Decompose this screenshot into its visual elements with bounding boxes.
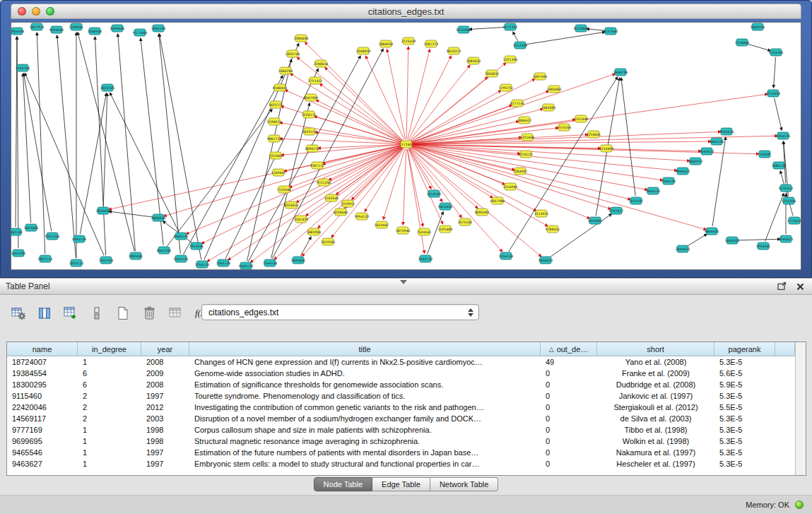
graph-edge[interactable] <box>280 139 401 144</box>
graph-node[interactable]: 9135413 <box>779 185 794 192</box>
graph-node[interactable]: 1512304 <box>513 42 528 49</box>
graph-edge[interactable] <box>747 44 771 51</box>
graph-node[interactable]: 7850831 <box>485 70 500 77</box>
graph-node[interactable]: 2045013 <box>676 245 690 252</box>
column-header-out-degree[interactable]: △out_de… <box>541 342 597 356</box>
graph-node[interactable]: 2216121 <box>519 151 534 158</box>
graph-edge[interactable] <box>408 148 431 189</box>
table-vertical-scrollbar[interactable] <box>795 342 806 475</box>
graph-node[interactable]: 8100416 <box>273 84 288 91</box>
graph-edge[interactable] <box>110 93 179 232</box>
graph-node[interactable]: 1084135 <box>772 162 787 169</box>
graph-node[interactable]: 6505135 <box>174 233 189 240</box>
graph-edge[interactable] <box>409 65 470 140</box>
graph-node[interactable]: 1875944 <box>396 227 411 234</box>
graph-edge[interactable] <box>712 137 726 226</box>
table-row[interactable]: 946362711997Embryonic stem cells: a mode… <box>7 458 795 469</box>
graph-node[interactable]: 2033105 <box>100 84 115 91</box>
graph-edge[interactable] <box>318 144 401 148</box>
graph-node[interactable]: 2751411 <box>308 77 323 84</box>
graph-node[interactable]: 1221390 <box>503 56 518 63</box>
graph-edge[interactable] <box>314 116 402 143</box>
graph-node[interactable]: 8594504 <box>110 25 125 32</box>
graph-node[interactable]: 1151440 <box>574 115 589 122</box>
graph-node[interactable]: 8572393 <box>503 23 518 30</box>
graph-node[interactable]: 9634505 <box>49 26 64 33</box>
graph-node[interactable]: 9724354 <box>769 49 784 56</box>
graph-node[interactable]: 1274354 <box>766 90 781 97</box>
graph-node[interactable]: 1514949 <box>503 183 518 190</box>
graph-node[interactable]: 8547909 <box>304 94 319 101</box>
graph-node[interactable]: 9450413 <box>539 257 553 264</box>
graph-node[interactable]: 9788451 <box>546 226 560 233</box>
graph-node[interactable]: 1619447 <box>375 221 389 228</box>
graph-node[interactable]: 1845041 <box>291 257 306 264</box>
graph-node[interactable]: 2240614 <box>314 60 329 67</box>
graph-node[interactable]: 7319911 <box>341 200 355 207</box>
graph-edge[interactable] <box>410 148 478 209</box>
columns-icon[interactable] <box>36 305 53 322</box>
graph-node[interactable]: 8541350 <box>157 247 172 254</box>
graph-edge[interactable] <box>23 74 51 231</box>
graph-edge[interactable] <box>550 214 612 257</box>
graph-node[interactable]: 1216041 <box>587 131 601 138</box>
graph-edge[interactable] <box>57 35 76 258</box>
graph-node[interactable]: 1558504 <box>88 28 102 35</box>
graph-node[interactable]: 2125439 <box>401 37 416 45</box>
graph-node[interactable]: 1801341 <box>11 228 23 235</box>
graph-node[interactable]: 2575105 <box>458 218 473 226</box>
graph-node[interactable]: 9177404 <box>133 29 148 36</box>
graph-node[interactable]: 1321646 <box>520 134 535 141</box>
graph-edge[interactable] <box>37 33 45 254</box>
graph-edge[interactable] <box>118 34 136 251</box>
column-header-in-degree[interactable]: in_degree <box>78 342 141 356</box>
graph-node[interactable]: 7125446 <box>277 186 292 193</box>
graph-node[interactable]: 7253461 <box>269 152 283 159</box>
column-header-title[interactable]: title <box>189 342 541 356</box>
graph-node[interactable]: 7554134 <box>263 259 278 267</box>
graph-edge[interactable] <box>315 132 401 144</box>
graph-node[interactable]: 1097494 <box>533 73 548 80</box>
graph-node[interactable]: 9545014 <box>719 128 734 135</box>
graph-node[interactable]: 1835704 <box>286 50 300 57</box>
graph-node[interactable]: 8333610 <box>284 201 299 209</box>
graph-node[interactable]: 2190671 <box>267 118 282 125</box>
graph-node[interactable]: 1064502 <box>725 237 740 244</box>
graph-node[interactable]: 1154409 <box>599 145 614 152</box>
graph-node[interactable]: 1775413 <box>787 217 801 224</box>
graph-node[interactable]: 5905135 <box>72 235 87 243</box>
graph-node[interactable]: 1154840 <box>735 39 750 46</box>
graph-node[interactable]: 3220171 <box>302 111 317 118</box>
graph-node[interactable]: 2085053 <box>466 57 481 64</box>
graph-edge[interactable] <box>509 77 618 252</box>
graph-node[interactable]: 8133004 <box>574 25 589 32</box>
graph-node[interactable]: 1648794 <box>613 69 628 76</box>
graph-edge[interactable] <box>201 146 402 243</box>
graph-node[interactable]: 9052113 <box>38 255 53 262</box>
graph-edge[interactable] <box>411 146 707 230</box>
graph-node[interactable]: 9864420 <box>705 228 719 235</box>
graph-node[interactable]: 9721254 <box>317 179 331 186</box>
graph-node[interactable]: 9551354 <box>45 233 60 240</box>
graph-edge[interactable] <box>248 56 360 262</box>
split-handle-icon[interactable] <box>400 280 407 284</box>
table-disabled-icon[interactable] <box>167 305 184 322</box>
table-row[interactable]: 977716911998Corpus callosum shape and si… <box>7 424 795 436</box>
graph-edge[interactable] <box>411 119 575 144</box>
graph-edge[interactable] <box>774 57 776 88</box>
graph-node[interactable]: 1066427 <box>517 117 532 124</box>
graph-node[interactable]: 9245013 <box>779 235 794 243</box>
graph-node[interactable]: 1025113 <box>69 259 84 267</box>
table-row[interactable]: 1938455462009Genome-wide association stu… <box>7 368 795 379</box>
graph-node[interactable]: 2284058 <box>294 35 309 42</box>
graph-node[interactable]: 7204907 <box>513 168 528 175</box>
network-canvas-svg[interactable]: 1724022840581835704146020481004163425712… <box>11 23 801 269</box>
memory-ok-icon[interactable] <box>795 501 804 509</box>
graph-node[interactable]: 1575165 <box>557 124 572 131</box>
graph-node[interactable]: 2248058 <box>356 47 371 54</box>
graph-node[interactable]: 3425712 <box>269 101 283 108</box>
graph-node[interactable]: 9554135 <box>174 255 189 262</box>
graph-node[interactable]: 2060650 <box>151 214 166 221</box>
new-document-icon[interactable] <box>114 305 131 322</box>
graph-node[interactable]: 1645130 <box>710 138 724 145</box>
